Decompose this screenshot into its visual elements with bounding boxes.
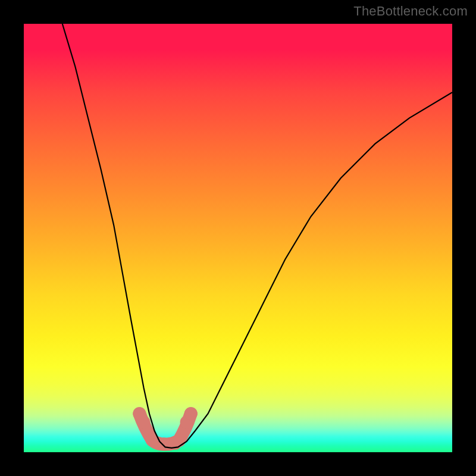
curve-layer: [24, 24, 452, 452]
svg-point-9: [184, 407, 198, 420]
watermark-text: TheBottleneck.com: [353, 4, 468, 19]
black-curve: [62, 24, 452, 448]
chart-frame: TheBottleneck.com: [0, 0, 476, 476]
svg-point-1: [137, 416, 151, 429]
svg-point-7: [173, 434, 186, 447]
plot-area: [24, 24, 452, 452]
